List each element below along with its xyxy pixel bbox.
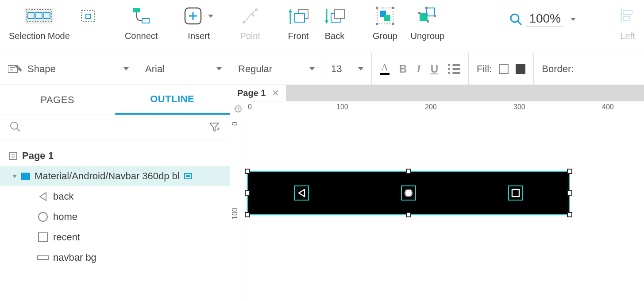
outline-back-label: back [53, 191, 73, 202]
svg-rect-5 [81, 11, 95, 21]
border-label: Border: [542, 63, 574, 75]
resize-handle[interactable] [567, 212, 572, 217]
point-label: Point [240, 31, 260, 41]
fill-label: Fill: [477, 63, 492, 75]
navbar-recent-icon[interactable] [509, 186, 522, 200]
outline-tree: Page 1 Material/Android/Navbar 360dp bl … [0, 139, 230, 274]
fill-none-swatch[interactable] [499, 64, 509, 74]
ruler-origin-icon[interactable] [230, 101, 246, 117]
svg-line-34 [518, 21, 521, 25]
outline-back-row[interactable]: back [0, 186, 230, 207]
ruler-h-tick: 100 [336, 103, 348, 111]
back-button[interactable]: Back [323, 4, 346, 41]
svg-rect-22 [384, 15, 390, 21]
shape-dropdown[interactable]: Shape [0, 53, 137, 85]
selection-mode-label: Selection Mode [9, 31, 70, 41]
group-button[interactable]: Group [373, 4, 397, 41]
shape-label: Shape [27, 63, 56, 75]
outline-page-row[interactable]: Page 1 [0, 146, 230, 166]
align-left-button[interactable]: Left [620, 8, 635, 41]
svg-point-47 [39, 212, 47, 221]
outline-tab[interactable]: OUTLINE [115, 85, 230, 115]
svg-rect-32 [434, 15, 436, 17]
ungroup-button[interactable]: Ungroup [411, 4, 445, 41]
horizontal-ruler[interactable]: 0 100 200 300 400 [246, 101, 644, 117]
svg-rect-31 [425, 7, 428, 9]
bold-button[interactable]: B [399, 63, 407, 75]
size-label: 13 [331, 63, 342, 75]
canvas-tabbar: Page 1 ✕ [230, 85, 644, 101]
ruler-h-tick: 300 [513, 103, 525, 111]
outline-recent-label: recent [53, 232, 80, 243]
point-button: Point [240, 4, 260, 41]
magnifier-icon [509, 13, 523, 26]
outline-navbarbg-label: navbar bg [53, 252, 96, 263]
resize-handle[interactable] [567, 190, 572, 196]
vertical-ruler[interactable]: 0 100 [230, 117, 246, 301]
resize-handle[interactable] [245, 169, 250, 174]
collapse-icon[interactable] [12, 175, 17, 178]
selection-single-button[interactable] [79, 4, 98, 41]
canvas-stage[interactable] [246, 117, 644, 301]
bar-icon [37, 255, 49, 261]
resize-handle[interactable] [245, 212, 250, 217]
folder-icon [21, 173, 30, 180]
weight-label: Regular [238, 63, 272, 75]
resize-handle[interactable] [245, 190, 250, 196]
circle-home-icon [37, 211, 49, 223]
connect-button[interactable]: Connect [125, 4, 158, 41]
close-icon[interactable]: ✕ [272, 88, 279, 98]
pages-tab[interactable]: PAGES [0, 85, 115, 115]
zoom-caret-icon[interactable] [571, 18, 576, 21]
list-button[interactable] [448, 64, 460, 74]
navbar-home-icon[interactable] [402, 186, 415, 200]
outline-home-label: home [53, 211, 77, 223]
size-dropdown[interactable]: 13 [323, 53, 372, 85]
insert-caret-icon [208, 15, 213, 18]
zoom-value[interactable]: 100% [526, 12, 563, 27]
navbar-back-icon[interactable] [295, 186, 308, 200]
ruler-h-tick: 0 [248, 103, 252, 111]
insert-button[interactable]: Insert [184, 4, 213, 41]
canvas-tab-label: Page 1 [237, 88, 266, 98]
weight-dropdown[interactable]: Regular [230, 53, 323, 85]
front-icon [287, 6, 310, 26]
outline-recent-row[interactable]: recent [0, 227, 230, 247]
selection-mode-button[interactable]: Selection Mode [9, 4, 70, 41]
outline-component-row[interactable]: Material/Android/Navbar 360dp bl [0, 166, 230, 186]
text-color-button[interactable]: A [380, 62, 389, 75]
svg-rect-8 [142, 19, 149, 23]
svg-point-41 [11, 122, 18, 129]
filter-icon[interactable] [208, 121, 220, 133]
search-icon[interactable] [10, 121, 21, 133]
selection-single-icon [79, 6, 98, 26]
resize-handle[interactable] [567, 169, 572, 174]
text-style-group: A B I U [372, 53, 469, 85]
shape-edit-icon [8, 64, 23, 74]
selection-mode-icon [25, 5, 54, 27]
outline-home-row[interactable]: home [0, 207, 230, 227]
ruler-v-tick: 0 [231, 122, 239, 126]
zoom-control[interactable]: 100% [509, 12, 576, 27]
italic-button[interactable]: I [416, 63, 420, 75]
outline-navbarbg-row[interactable]: navbar bg [0, 247, 230, 268]
point-icon [240, 6, 260, 26]
navbar-component[interactable] [248, 172, 569, 214]
fill-color-swatch[interactable] [516, 64, 525, 74]
resize-handle[interactable] [406, 169, 411, 174]
connect-icon [131, 5, 152, 27]
svg-rect-48 [39, 233, 47, 242]
chevron-down-icon [309, 67, 315, 70]
resize-handle[interactable] [406, 212, 411, 217]
svg-rect-36 [623, 11, 632, 15]
front-button[interactable]: Front [287, 4, 310, 41]
back-label: Back [325, 31, 344, 41]
main-toolbar: Selection Mode Connect [0, 0, 644, 53]
outline-page-label: Page 1 [22, 150, 54, 162]
underline-button[interactable]: U [431, 63, 438, 75]
font-dropdown[interactable]: Arial [137, 53, 230, 85]
chevron-down-icon [358, 67, 363, 70]
svg-rect-30 [427, 20, 429, 23]
canvas-tab[interactable]: Page 1 ✕ [230, 85, 287, 101]
svg-line-42 [17, 128, 20, 131]
